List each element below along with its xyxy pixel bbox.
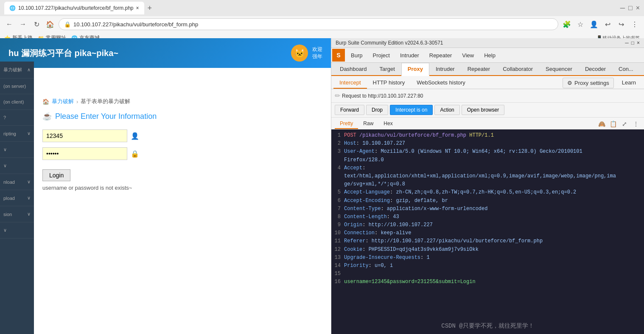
forward-btn[interactable]: → <box>18 19 28 29</box>
tab-con[interactable]: Con... <box>612 63 640 75</box>
sidebar-item-1[interactable]: 暴力破解 ∧ <box>0 62 34 79</box>
breadcrumb-link-1[interactable]: 暴力破解 <box>52 98 74 105</box>
req-tab-icons: 🙈 📋 ⤢ ⋮ <box>597 119 641 129</box>
subtab-learn[interactable]: Learn <box>616 77 642 89</box>
http-line-4c: ge/svg+xml,*/*;q=0.8 <box>333 180 642 188</box>
drop-button[interactable]: Drop <box>366 105 388 115</box>
subtab-http-history[interactable]: HTTP history <box>367 77 411 89</box>
intercept-on-button[interactable]: Intercept is on <box>390 105 433 115</box>
sidebar-item-3[interactable]: (on client) <box>0 94 34 110</box>
refresh-btn[interactable]: ↻ <box>31 19 42 29</box>
url-bar[interactable]: 🔒 10.100.107.227/pikachu/vul/burteforce/… <box>59 18 558 30</box>
password-group: 🔒 <box>42 147 322 160</box>
req-tab-pretty[interactable]: Pretty <box>335 119 358 129</box>
sidebar-chevron-8: ∨ <box>27 179 31 185</box>
left-sidebar: 暴力破解 ∧ (on server) (on client) ? ripting… <box>0 62 34 334</box>
site-header: hu 漏洞练习平台 pika~pika~ 🐱 欢迎 强年 <box>0 38 331 68</box>
menu-help[interactable]: Help <box>479 50 501 61</box>
tab-proxy[interactable]: Proxy <box>401 63 429 76</box>
new-tab-btn[interactable]: + <box>148 4 152 13</box>
sidebar-chevron-7: ∨ <box>3 163 7 168</box>
forward-button[interactable]: Forward <box>335 105 364 115</box>
sidebar-label-10: sion <box>3 212 12 217</box>
close-btn[interactable]: × <box>636 4 640 12</box>
tab-collaborator[interactable]: Collaborator <box>496 63 539 75</box>
sidebar-item-4[interactable]: ? <box>0 110 34 126</box>
http-line-14: 14 Priority: u=0, i <box>333 262 642 270</box>
history-fwd-btn[interactable]: ↪ <box>616 19 626 29</box>
tab-close-icon[interactable]: × <box>136 5 139 11</box>
pencil-icon: ✏ <box>335 92 340 100</box>
menu-repeater[interactable]: Repeater <box>424 50 457 61</box>
menu-btn[interactable]: ⋮ <box>630 19 640 29</box>
history-back-btn[interactable]: ↩ <box>602 19 613 29</box>
sidebar-item-2[interactable]: (on server) <box>0 79 34 94</box>
sidebar-item-9[interactable]: pload ∨ <box>0 190 34 206</box>
tab-dashboard[interactable]: Dashboard <box>333 63 373 75</box>
http-content[interactable]: 1 POST /pikachu/vul/burteforce/bf_form.p… <box>331 129 644 334</box>
burp-max-btn[interactable]: □ <box>631 40 634 46</box>
http-line-15: 15 <box>333 270 642 278</box>
intercept-toolbar: ✏ Request to http://10.100.107.227:80 <box>331 89 644 103</box>
menu-view[interactable]: View <box>457 50 479 61</box>
request-view-tabs: Pretty Raw Hex 🙈 📋 ⤢ ⋮ <box>331 118 644 129</box>
sidebar-item-11[interactable]: ∨ <box>0 222 34 239</box>
profile-btn[interactable]: 👤 <box>589 19 599 29</box>
section-icon: ☕ <box>42 112 52 121</box>
copy-icon[interactable]: 📋 <box>608 119 618 129</box>
star-btn[interactable]: ☆ <box>575 19 585 29</box>
sidebar-item-10[interactable]: sion ∨ <box>0 206 34 222</box>
menu-intruder[interactable]: Intruder <box>395 50 424 61</box>
subtab-websockets-history[interactable]: WebSockets history <box>411 77 471 89</box>
tab-intruder[interactable]: Intruder <box>429 63 461 75</box>
subtab-intercept[interactable]: Intercept <box>333 77 367 89</box>
menu-project[interactable]: Project <box>367 50 395 61</box>
sidebar-chevron-6: ∨ <box>3 147 7 152</box>
burp-window-controls: ─ □ × <box>625 40 640 46</box>
maximize-btn[interactable]: □ <box>628 4 633 12</box>
burp-min-btn[interactable]: ─ <box>625 40 629 46</box>
open-browser-button[interactable]: Open browser <box>462 105 504 115</box>
username-input[interactable] <box>42 129 127 142</box>
http-line-4a: 4 Accept: <box>333 164 642 172</box>
req-tab-raw[interactable]: Raw <box>358 119 378 129</box>
intercept-url: Request to http://10.100.107.227:80 <box>342 93 423 99</box>
sidebar-item-7[interactable]: ∨ <box>0 158 34 174</box>
eye-off-icon[interactable]: 🙈 <box>597 119 606 129</box>
more-icon[interactable]: ⋮ <box>631 119 641 129</box>
tab-sequencer[interactable]: Sequencer <box>539 63 579 75</box>
browser-tab[interactable]: 🌐 10.100.107.227/pikachu/vul/burteforce/… <box>4 2 144 14</box>
sidebar-label-2: (on server) <box>3 84 26 89</box>
minimize-btn[interactable]: ─ <box>620 4 625 12</box>
sidebar-item-5[interactable]: ripting ∨ <box>0 126 34 142</box>
login-button[interactable]: Login <box>42 169 70 181</box>
gear-icon: ⚙ <box>567 80 572 86</box>
menu-burp[interactable]: Burp <box>346 50 367 61</box>
login-form: 👤 🔒 Login username or password is not ex… <box>42 129 322 191</box>
http-line-3a: 3 User-Agent: Mozilla/5.0 (Windows NT 10… <box>333 148 642 156</box>
http-line-12: 12 Cookie: PHPSESSID=qdjq4at3s9vkk6am9j7… <box>333 246 642 254</box>
req-tab-hex[interactable]: Hex <box>378 119 398 129</box>
tab-decoder[interactable]: Decoder <box>579 63 612 75</box>
sidebar-item-8[interactable]: nload ∨ <box>0 174 34 190</box>
http-line-7: 7 Content-Type: application/x-www-form-u… <box>333 205 642 213</box>
extensions-btn[interactable]: 🧩 <box>562 19 572 29</box>
user-icon: 👤 <box>131 132 139 140</box>
http-line-1: 1 POST /pikachu/vul/burteforce/bf_form.p… <box>333 132 642 140</box>
tab-repeater[interactable]: Repeater <box>461 63 496 75</box>
sidebar-label-3: (on client) <box>3 99 24 104</box>
back-btn[interactable]: ← <box>4 19 14 29</box>
sidebar-chevron-10: ∨ <box>27 211 31 217</box>
tab-target[interactable]: Target <box>373 63 401 75</box>
action-button[interactable]: Action <box>434 105 459 115</box>
site-title: hu 漏洞练习平台 pika~pika~ <box>8 48 118 59</box>
sidebar-item-6[interactable]: ∨ <box>0 142 34 158</box>
proxy-settings-btn[interactable]: ⚙ Proxy settings <box>563 78 614 88</box>
expand-icon[interactable]: ⤢ <box>620 119 629 129</box>
sidebar-chevron-5: ∨ <box>27 131 31 136</box>
home-btn[interactable]: 🏠 <box>45 19 55 29</box>
main-area: hu 漏洞练习平台 pika~pika~ 🐱 欢迎 强年 暴力破解 ∧ (on … <box>0 38 644 334</box>
http-line-8: 8 Content-Length: 43 <box>333 213 642 221</box>
burp-close-btn[interactable]: × <box>637 40 640 46</box>
password-input[interactable] <box>42 147 127 160</box>
